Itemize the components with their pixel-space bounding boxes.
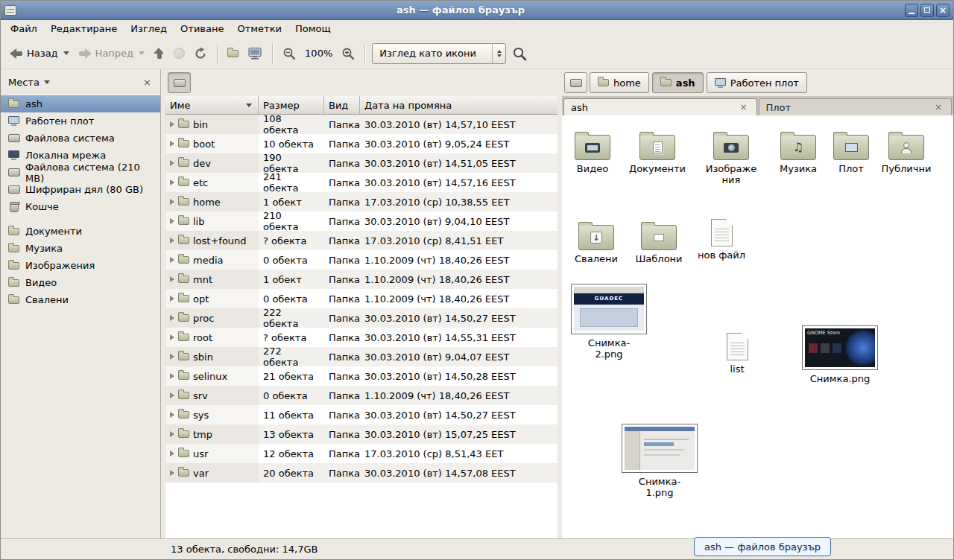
expander-icon[interactable] (170, 392, 174, 398)
close-tab-icon[interactable]: × (737, 102, 749, 112)
places-item[interactable]: Работен плот (1, 112, 160, 130)
tab-desktop[interactable]: Плот × (759, 98, 953, 115)
table-row[interactable]: sys 11 обекта Папка 30.03.2010 (вт) 14,5… (165, 405, 557, 424)
expander-icon[interactable] (170, 315, 174, 321)
reload-button[interactable] (189, 42, 212, 65)
expander-icon[interactable] (170, 296, 174, 302)
maximize-button[interactable] (920, 4, 934, 17)
window-menu-icon[interactable] (4, 5, 16, 16)
table-row[interactable]: dev 190 обекта Папка 30.03.2010 (вт) 14,… (165, 153, 557, 173)
table-row[interactable]: boot 10 обекта Папка 30.03.2010 (вт) 9,0… (165, 134, 557, 153)
column-header-name[interactable]: Име (165, 96, 259, 114)
column-header-date[interactable]: Дата на промяна (360, 96, 557, 114)
image-item-snimka-1[interactable]: Снимка-1.png (622, 424, 698, 498)
search-button[interactable] (508, 42, 531, 66)
up-button[interactable] (149, 43, 169, 64)
folder-item-video[interactable]: Видео (566, 129, 619, 175)
places-item[interactable]: Музика (1, 240, 160, 257)
filesystem-root-button[interactable] (168, 72, 191, 93)
titlebar[interactable]: ash — файлов браузър × (1, 1, 953, 20)
expander-icon[interactable] (170, 141, 174, 147)
view-mode-select[interactable]: Изглед като икони (372, 43, 506, 64)
folder-item-images[interactable]: Изображения (696, 129, 766, 185)
places-item[interactable]: ash (1, 95, 160, 112)
table-row[interactable]: usr 12 обекта Папка 17.03.2010 (ср) 8,51… (165, 444, 557, 463)
icon-view[interactable]: Видео Документи Изображения ♫ Музика (562, 115, 953, 538)
expander-icon[interactable] (170, 218, 174, 224)
places-item[interactable]: Свалени (1, 291, 160, 308)
expander-icon[interactable] (170, 431, 174, 437)
places-item[interactable]: Файлова система (1, 130, 160, 147)
table-row[interactable]: bin 108 обекта Папка 30.03.2010 (вт) 14,… (165, 115, 557, 134)
menu-item-bookmarks[interactable]: Отметки (230, 20, 288, 38)
expander-icon[interactable] (170, 354, 174, 360)
table-row[interactable]: etc 241 обекта Папка 30.03.2010 (вт) 14,… (165, 173, 557, 192)
places-item[interactable]: Изображения (1, 257, 160, 274)
places-item[interactable]: Документи (1, 223, 160, 240)
forward-button[interactable]: Напред (74, 43, 149, 63)
column-header-type[interactable]: Вид (324, 96, 360, 114)
table-row[interactable]: root ? обекта Папка 30.03.2010 (вт) 14,5… (165, 328, 557, 347)
home-button[interactable] (223, 45, 243, 62)
table-row[interactable]: proc 222 обекта Папка 30.03.2010 (вт) 14… (165, 308, 557, 328)
back-button[interactable]: Назад (5, 43, 74, 63)
path-button-home[interactable]: home (590, 72, 649, 93)
filesystem-root-button[interactable] (564, 72, 587, 93)
places-item[interactable]: Видео (1, 274, 160, 291)
column-header-size[interactable]: Размер (259, 96, 324, 114)
menu-item-go[interactable]: Отиване (174, 20, 230, 38)
file-item-new-file[interactable]: нов файл (692, 219, 751, 261)
table-row[interactable]: selinux 21 обекта Папка 30.03.2010 (вт) … (165, 366, 557, 386)
image-item-snimka-2[interactable]: GUADEC Снимка-2.png (571, 284, 647, 360)
taskbar-window-button[interactable]: ash — файлов браузър (694, 537, 831, 556)
sidebar-close-icon[interactable]: × (140, 76, 154, 89)
folder-item-music[interactable]: ♫ Музика (772, 129, 824, 175)
table-row[interactable]: home 1 обект Папка 17.03.2010 (ср) 10,38… (165, 192, 557, 211)
stop-button[interactable] (169, 43, 189, 63)
menu-item-help[interactable]: Помощ (288, 20, 338, 38)
folder-item-public[interactable]: Публични (878, 129, 935, 175)
table-row[interactable]: opt 0 обекта Папка 1.10.2009 (чт) 18,40,… (165, 289, 557, 308)
sidebar-selector-icon[interactable] (44, 80, 50, 84)
expander-icon[interactable] (170, 238, 174, 244)
table-row[interactable]: sbin 272 обекта Папка 30.03.2010 (вт) 9,… (165, 347, 557, 366)
expander-icon[interactable] (170, 121, 174, 127)
menu-item-file[interactable]: Файл (4, 20, 44, 38)
folder-item-documents[interactable]: Документи (625, 129, 690, 175)
back-history-icon[interactable] (63, 51, 69, 55)
menu-item-edit[interactable]: Редактиране (44, 20, 124, 38)
path-button-ash[interactable]: ash (652, 72, 704, 93)
table-row[interactable]: tmp 13 обекта Папка 30.03.2010 (вт) 15,0… (165, 424, 557, 444)
places-item[interactable]: Файлова система (210 MB) (1, 164, 160, 181)
minimize-button[interactable] (905, 4, 918, 17)
close-button[interactable]: × (936, 4, 950, 17)
expander-icon[interactable] (170, 451, 174, 456)
expander-icon[interactable] (170, 257, 174, 263)
path-button-desktop[interactable]: Работен плот (707, 72, 807, 93)
tab-ash[interactable]: ash × (563, 98, 757, 115)
expander-icon[interactable] (170, 199, 174, 205)
expander-icon[interactable] (170, 160, 174, 166)
computer-button[interactable] (243, 42, 267, 65)
table-row[interactable]: media 0 обекта Папка 1.10.2009 (чт) 18,4… (165, 250, 557, 270)
menu-item-view[interactable]: Изглед (124, 20, 174, 38)
close-tab-icon[interactable]: × (932, 102, 944, 112)
zoom-in-button[interactable] (337, 42, 359, 65)
places-item[interactable]: Кошче (1, 198, 160, 215)
table-row[interactable]: srv 0 обекта Папка 1.10.2009 (чт) 18,40,… (165, 386, 557, 405)
expander-icon[interactable] (170, 179, 174, 185)
table-row[interactable]: lost+found ? обекта Папка 17.03.2010 (ср… (165, 231, 557, 250)
folder-item-desktop[interactable]: Плот (830, 129, 872, 175)
file-item-list[interactable]: list (721, 333, 754, 375)
table-row[interactable]: var 20 обекта Папка 30.03.2010 (вт) 14,5… (165, 463, 557, 483)
expander-icon[interactable] (170, 373, 174, 379)
places-item[interactable]: Шифриран дял (80 GB) (1, 181, 160, 198)
expander-icon[interactable] (170, 470, 174, 476)
image-item-snimka[interactable]: GNOME Store Снимка.png (802, 325, 878, 385)
folder-item-templates[interactable]: Шаблони (629, 219, 689, 265)
table-row[interactable]: lib 210 обекта Папка 30.03.2010 (вт) 9,0… (165, 211, 557, 231)
folder-item-downloads[interactable]: ↓ Свалени (566, 219, 626, 265)
expander-icon[interactable] (170, 276, 174, 282)
zoom-out-button[interactable] (278, 42, 300, 65)
expander-icon[interactable] (170, 412, 174, 418)
